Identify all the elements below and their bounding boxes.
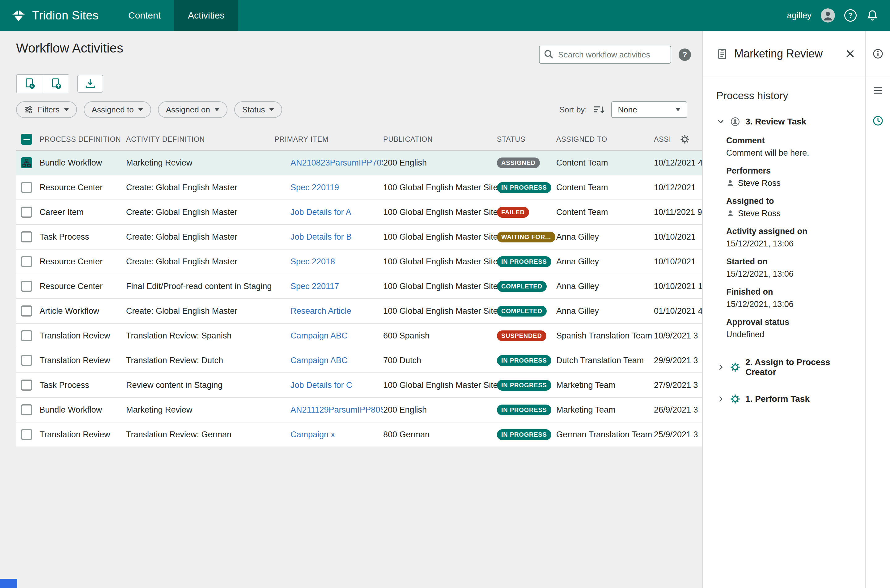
primary-item-link[interactable]: AN211129ParsumIPP80Sp (290, 405, 383, 415)
activity-definition-cell: Create: Global English Master (126, 232, 274, 242)
row-checkbox[interactable] (21, 231, 32, 242)
primary-item-link[interactable]: Campaign ABC (290, 331, 348, 340)
primary-item-icon (274, 429, 286, 440)
search-help-icon[interactable]: ? (679, 48, 691, 61)
publication-cell: 100 Global English Master Site (383, 306, 497, 316)
table-row[interactable]: Task Process Create: Global English Mast… (16, 225, 748, 249)
chevron-right-icon[interactable] (716, 363, 725, 372)
avatar[interactable] (821, 8, 835, 22)
help-icon[interactable]: ? (844, 9, 857, 22)
process-definition-cell: Task Process (39, 232, 126, 242)
row-checkbox[interactable] (21, 305, 32, 316)
filters-button[interactable]: Filters (16, 101, 77, 118)
status-badge: FAILED (497, 207, 529, 218)
automated-task-gear-icon (730, 362, 740, 372)
sort-select[interactable]: None (611, 101, 687, 118)
filter-assigned-on[interactable]: Assigned on (158, 101, 227, 118)
finished-on-label: Finished on (726, 286, 857, 298)
finished-on-value: 15/12/2021, 13:06 (726, 298, 857, 310)
row-checkbox[interactable] (21, 256, 32, 267)
history-clock-icon[interactable] (872, 115, 884, 127)
tab-content[interactable]: Content (115, 0, 174, 31)
chevron-down-icon[interactable] (716, 117, 725, 126)
history-item-perform-task[interactable]: 1. Perform Task (716, 394, 857, 404)
history-item-assign-to-process-creator[interactable]: 2. Assign to Process Creator (716, 357, 857, 377)
table-header: PROCESS DEFINITION ACTIVITY DEFINITION P… (16, 129, 748, 151)
primary-item-link[interactable]: Campaign ABC (290, 356, 348, 365)
publication-cell: 100 Global English Master Site (383, 257, 497, 267)
status-badge: IN PROGRESS (497, 256, 551, 267)
table-row[interactable]: Resource Center Create: Global English M… (16, 249, 748, 274)
row-checkbox[interactable] (21, 380, 32, 391)
table-row[interactable]: Translation Review Translation Review: D… (16, 348, 748, 373)
status-cell: IN PROGRESS (497, 355, 556, 366)
table-row[interactable]: Translation Review Translation Review: G… (16, 423, 748, 447)
table-row[interactable]: Resource Center Final Edit/Proof-read co… (16, 274, 748, 299)
table-row[interactable]: Translation Review Translation Review: S… (16, 324, 748, 348)
export-button[interactable] (77, 75, 103, 93)
notifications-bell-icon[interactable] (866, 9, 879, 22)
primary-item-icon (274, 355, 286, 366)
search-icon (544, 50, 554, 59)
column-assigned-to[interactable]: ASSIGNED TO (556, 135, 654, 144)
primary-item-link[interactable]: Spec 22018 (290, 257, 335, 267)
tab-activities[interactable]: Activities (174, 0, 238, 31)
row-checkbox[interactable] (21, 404, 32, 416)
row-checkbox[interactable] (21, 355, 32, 366)
row-checkbox[interactable] (21, 207, 32, 218)
primary-item-link[interactable]: Spec 220117 (290, 282, 339, 291)
chevron-down-icon (675, 108, 681, 111)
primary-item-cell: Campaign ABC (274, 355, 383, 366)
assigned-to-cell: Marketing Team (556, 381, 654, 390)
info-icon[interactable] (872, 48, 884, 60)
process-definition-cell: Translation Review (39, 331, 126, 340)
column-process-definition[interactable]: PROCESS DEFINITION (39, 135, 126, 144)
panel-body: Process history 3. Review Task Comment C… (703, 77, 865, 404)
table-row[interactable]: Bundle Workflow Marketing Review AN21112… (16, 398, 748, 423)
table-row[interactable]: Task Process Review content in Staging J… (16, 373, 748, 398)
table-row[interactable]: Bundle Workflow Marketing Review AN21082… (16, 151, 748, 176)
username[interactable]: agilley (787, 10, 812, 20)
filter-status[interactable]: Status (234, 101, 283, 118)
page-title: Workflow Activities (16, 41, 123, 56)
primary-item-link[interactable]: Job Details for B (290, 232, 352, 242)
primary-item-link[interactable]: Job Details for C (290, 381, 352, 390)
primary-item-link[interactable]: Spec 220119 (290, 183, 339, 192)
status-cell: COMPLETED (497, 281, 556, 292)
suspend-activity-button[interactable] (43, 75, 69, 93)
search-input[interactable] (539, 46, 671, 64)
column-activity-definition[interactable]: ACTIVITY DEFINITION (126, 135, 274, 144)
status-cell: FAILED (497, 207, 556, 218)
primary-item-link[interactable]: AN210823ParsumIPP70Se (290, 158, 383, 168)
assigned-to-cell: Content Team (556, 207, 654, 217)
column-status[interactable]: STATUS (497, 135, 556, 144)
table-row[interactable]: Article Workflow Create: Global English … (16, 299, 748, 324)
column-settings-gear-icon[interactable] (680, 134, 690, 144)
column-assigned-on[interactable]: ASSI (654, 135, 671, 144)
brand: Tridion Sites (0, 9, 99, 22)
chevron-right-icon[interactable] (716, 394, 725, 404)
primary-item-link[interactable]: Research Article (290, 306, 351, 316)
column-publication[interactable]: PUBLICATION (383, 135, 497, 144)
restart-activity-button[interactable] (17, 75, 43, 93)
history-item-review-task[interactable]: 3. Review Task (716, 116, 857, 127)
primary-item-link[interactable]: Job Details for A (290, 207, 351, 217)
column-primary-item[interactable]: PRIMARY ITEM (274, 135, 383, 144)
select-all-checkbox[interactable] (21, 134, 32, 145)
row-checkbox[interactable] (21, 281, 32, 292)
table-row[interactable]: Resource Center Create: Global English M… (16, 176, 748, 200)
properties-list-icon[interactable] (872, 85, 884, 96)
sort-icon (593, 105, 605, 115)
row-checkbox[interactable] (21, 330, 32, 341)
publication-cell: 100 Global English Master Site (383, 183, 497, 192)
process-definition-cell: Resource Center (39, 257, 126, 267)
primary-item-icon (274, 182, 286, 193)
table-row[interactable]: Career Item Create: Global English Maste… (16, 200, 748, 225)
close-icon[interactable] (845, 48, 855, 59)
row-checkbox[interactable] (21, 182, 32, 193)
primary-item-link[interactable]: Campaign x (290, 430, 335, 440)
approval-status-value: Undefined (726, 328, 857, 340)
row-checkbox[interactable] (21, 157, 32, 168)
filter-assigned-to[interactable]: Assigned to (84, 101, 151, 118)
row-checkbox[interactable] (21, 429, 32, 440)
